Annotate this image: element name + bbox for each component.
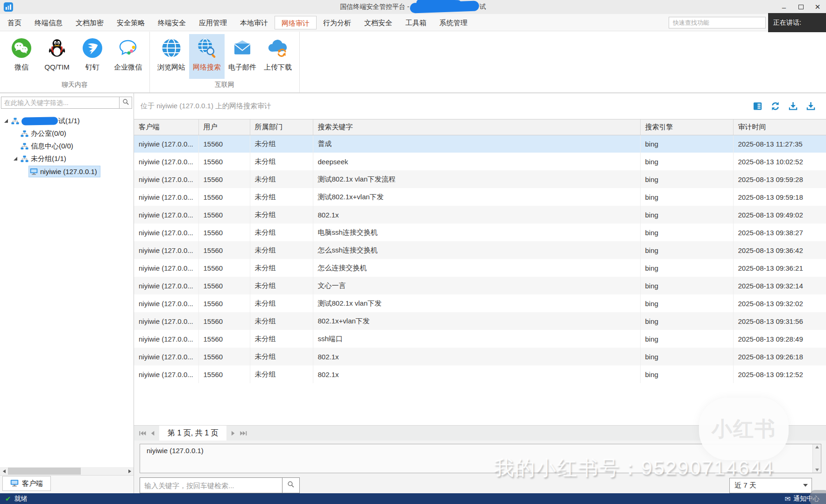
minimize-button[interactable]: – (776, 0, 792, 14)
column-header-搜索引擎[interactable]: 搜索引擎 (640, 119, 733, 135)
table-cell: bing (640, 348, 733, 365)
table-row[interactable]: niyiwie (127.0.0...15560未分组测试802.1x vlan… (134, 170, 826, 188)
table-cell: niyiwie (127.0.0... (134, 312, 198, 330)
column-header-用户[interactable]: 用户 (198, 119, 250, 135)
prev-page-button[interactable] (148, 427, 158, 439)
table-row[interactable]: niyiwie (127.0.0...15560未分组802.1xbing202… (134, 348, 826, 365)
tab-clients[interactable]: 客户端 (2, 476, 51, 491)
table-cell: 未分组 (250, 224, 313, 241)
table-cell: 文心一言 (313, 277, 640, 294)
tab-首页[interactable]: 首页 (1, 16, 28, 29)
detail-view-icon[interactable] (753, 101, 762, 111)
table-row[interactable]: niyiwie (127.0.0...15560未分组电脑ssh连接交换机bin… (134, 224, 826, 241)
table-row[interactable]: niyiwie (127.0.0...15560未分组怎么ssh连接交换机bin… (134, 241, 826, 259)
scroll-down-arrow-icon[interactable] (815, 469, 819, 471)
table-row[interactable]: niyiwie (127.0.0...15560未分组802.1x+vlan下发… (134, 312, 826, 330)
table-cell: 15560 (198, 348, 250, 365)
panel-vertical-scrollbar[interactable] (812, 444, 821, 473)
ribbon-group-label: 互联网 (151, 79, 298, 92)
window-title: 国信终端安全管控平台 - 试 (0, 0, 826, 14)
tab-网络审计[interactable]: 网络审计 (275, 16, 317, 29)
export-icon[interactable] (788, 101, 798, 111)
tool-微信[interactable]: 微信 (4, 34, 39, 79)
tab-安全策略[interactable]: 安全策略 (110, 16, 151, 29)
tab-文档安全[interactable]: 文档安全 (358, 16, 399, 29)
table-row[interactable]: niyiwie (127.0.0...15560未分组怎么连接交换机bing20… (134, 259, 826, 277)
tree-item[interactable]: niyiwie (127.0.0.1) (0, 165, 134, 178)
date-range-select[interactable]: 近 7 天 (729, 478, 812, 493)
table-row[interactable]: niyiwie (127.0.0...15560未分组deepseekbing2… (134, 153, 826, 170)
table-cell: 15560 (198, 153, 250, 170)
download-icon[interactable] (806, 101, 816, 111)
tree-item[interactable]: 试(1/1) (0, 115, 134, 127)
table-cell: ssh端口 (313, 330, 640, 348)
tree-filter-input[interactable] (1, 97, 120, 109)
refresh-icon[interactable] (770, 101, 780, 111)
table-row[interactable]: niyiwie (127.0.0...15560未分组测试802.1x vlan… (134, 294, 826, 312)
next-page-button[interactable] (228, 427, 238, 439)
scrollbar-thumb[interactable] (8, 468, 81, 475)
table-row[interactable]: niyiwie (127.0.0...15560未分组测试802.1x+vlan… (134, 188, 826, 206)
pc-icon (30, 168, 38, 175)
tree-item[interactable]: 未分组(1/1) (0, 153, 134, 165)
column-header-搜索关键字[interactable]: 搜索关键字 (313, 119, 640, 135)
app-logo-icon (4, 2, 13, 12)
tool-电子邮件[interactable]: 电子邮件 (225, 34, 260, 79)
tab-工具箱[interactable]: 工具箱 (399, 16, 433, 29)
meeting-speaking-overlay[interactable]: 正在讲话: (768, 13, 826, 32)
tab-终端安全[interactable]: 终端安全 (151, 16, 192, 29)
notification-center[interactable]: ✉ 通知中心 (784, 495, 819, 503)
first-page-button[interactable] (137, 427, 148, 439)
tool-钉钉[interactable]: 钉钉 (75, 34, 110, 79)
window-title-suffix: 试 (480, 3, 486, 11)
tab-文档加密[interactable]: 文档加密 (69, 16, 110, 29)
tab-终端信息[interactable]: 终端信息 (28, 16, 69, 29)
tab-本地审计[interactable]: 本地审计 (233, 16, 275, 29)
table-cell: niyiwie (127.0.0... (134, 259, 198, 277)
table-cell: 15560 (198, 277, 250, 294)
tool-网络搜索[interactable]: 网络搜索 (189, 34, 225, 79)
tool-浏览网站[interactable]: 浏览网站 (154, 34, 189, 79)
close-button[interactable]: ✕ (809, 0, 826, 14)
keyword-search-button[interactable] (282, 477, 300, 493)
table-row[interactable]: niyiwie (127.0.0...15560未分组文心一言bing2025-… (134, 277, 826, 294)
column-header-审计时间[interactable]: 审计时间 (733, 119, 826, 135)
scroll-right-arrow-icon[interactable] (126, 467, 134, 475)
table-cell: niyiwie (127.0.0... (134, 294, 198, 312)
scrollbar-track[interactable] (8, 467, 126, 475)
last-page-button[interactable] (238, 427, 248, 439)
table-cell: bing (640, 153, 733, 170)
scroll-left-arrow-icon[interactable] (0, 467, 8, 475)
table-row[interactable]: niyiwie (127.0.0...15560未分组802.1xbing202… (134, 206, 826, 224)
table-cell: 未分组 (250, 241, 313, 259)
column-header-客户端[interactable]: 客户端 (134, 119, 198, 135)
tab-应用管理[interactable]: 应用管理 (192, 16, 233, 29)
tool-QQ/TIM[interactable]: QQ/TIM (39, 34, 75, 79)
tab-行为分析[interactable]: 行为分析 (317, 16, 358, 29)
expand-icon[interactable] (3, 118, 10, 125)
org-icon (21, 130, 28, 138)
keyword-search-input[interactable] (140, 477, 282, 493)
sidebar-horizontal-scrollbar[interactable] (0, 467, 134, 475)
table-cell: 未分组 (250, 170, 313, 188)
expand-icon[interactable] (12, 155, 19, 162)
table-row[interactable]: niyiwie (127.0.0...15560未分组ssh端口bing2025… (134, 330, 826, 348)
maximize-button[interactable] (792, 0, 809, 14)
tree-item-label: 试(1/1) (58, 117, 80, 126)
tree-item[interactable]: 办公室(0/0) (0, 127, 134, 140)
scroll-up-arrow-icon[interactable] (815, 446, 819, 448)
table-cell: bing (640, 188, 733, 206)
tab-系统管理[interactable]: 系统管理 (433, 16, 474, 29)
tool-上传下载[interactable]: 上传下载 (260, 34, 296, 79)
tree-filter-search-button[interactable] (120, 97, 132, 109)
client-detail-item[interactable]: niyiwie (127.0.0.1) (140, 444, 821, 455)
column-header-所属部门[interactable]: 所属部门 (250, 119, 313, 135)
table-cell: 15560 (198, 294, 250, 312)
table-cell: bing (640, 206, 733, 224)
table-row[interactable]: niyiwie (127.0.0...15560未分组802.1xbing202… (134, 365, 826, 383)
table-row[interactable]: niyiwie (127.0.0...15560未分组普成bing2025-08… (134, 135, 826, 153)
quick-search-input[interactable] (669, 17, 766, 28)
table-cell: 2025-08-13 09:12:52 (733, 365, 826, 383)
tool-企业微信[interactable]: 企业微信 (110, 34, 146, 79)
tree-item[interactable]: 信息中心(0/0) (0, 140, 134, 153)
